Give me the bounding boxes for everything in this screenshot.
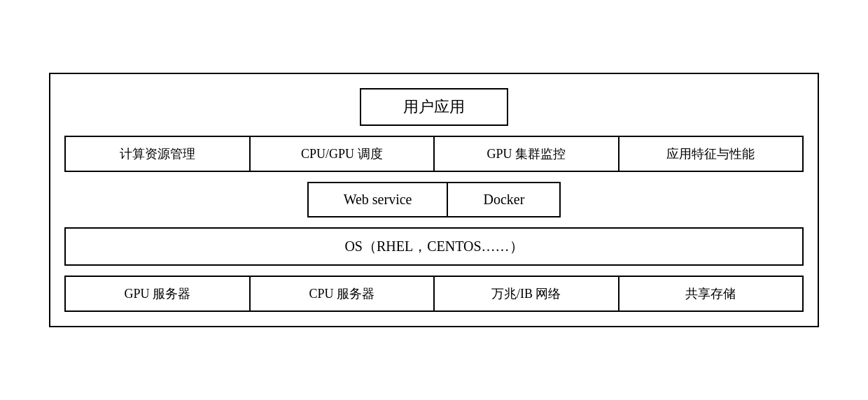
cell-cpu-server: CPU 服务器 bbox=[251, 277, 435, 310]
cell-cpu-gpu-schedule: CPU/GPU 调度 bbox=[251, 137, 435, 171]
cell-gpu-server: GPU 服务器 bbox=[66, 277, 251, 310]
cell-shared-storage: 共享存储 bbox=[620, 277, 803, 310]
hardware-cells: GPU 服务器 CPU 服务器 万兆/IB 网络 共享存储 bbox=[64, 276, 804, 312]
cell-app-feature-perf: 应用特征与性能 bbox=[620, 137, 803, 171]
row-user-app: 用户应用 bbox=[64, 88, 804, 126]
user-app-box: 用户应用 bbox=[360, 88, 508, 126]
row-service: Web service Docker bbox=[64, 182, 804, 217]
os-box: OS（RHEL，CENTOS……） bbox=[64, 227, 804, 266]
os-label: OS（RHEL，CENTOS……） bbox=[344, 238, 523, 254]
user-app-label: 用户应用 bbox=[403, 98, 465, 115]
service-cells: Web service Docker bbox=[307, 182, 561, 217]
row-management: 计算资源管理 CPU/GPU 调度 GPU 集群监控 应用特征与性能 bbox=[64, 136, 804, 172]
cell-web-service: Web service bbox=[309, 183, 449, 216]
row-hardware: GPU 服务器 CPU 服务器 万兆/IB 网络 共享存储 bbox=[64, 276, 804, 312]
architecture-diagram: 用户应用 计算资源管理 CPU/GPU 调度 GPU 集群监控 应用特征与性能 … bbox=[49, 73, 819, 327]
management-cells: 计算资源管理 CPU/GPU 调度 GPU 集群监控 应用特征与性能 bbox=[64, 136, 804, 172]
cell-gpu-cluster-monitor: GPU 集群监控 bbox=[435, 137, 620, 171]
row-os: OS（RHEL，CENTOS……） bbox=[64, 227, 804, 266]
cell-compute-resource: 计算资源管理 bbox=[66, 137, 251, 171]
cell-docker: Docker bbox=[448, 183, 559, 216]
cell-network: 万兆/IB 网络 bbox=[435, 277, 620, 310]
